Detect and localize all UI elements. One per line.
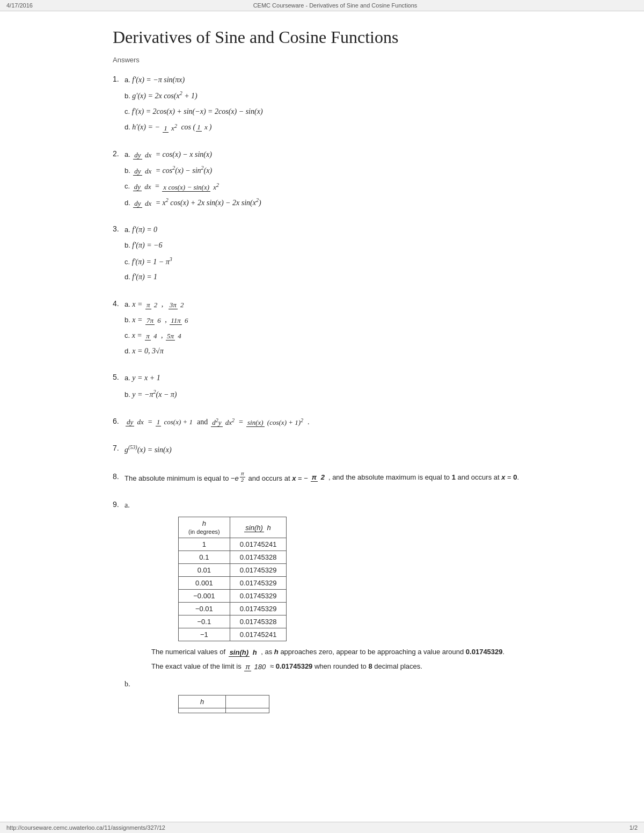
- table-row: −0.10.01745328: [179, 615, 287, 628]
- question-1: 1. a. f′(x) = −π sin(πx) b. g′(x) = 2x c…: [113, 74, 531, 136]
- q2b-label: b.: [125, 165, 130, 175]
- question-5: 5. a. y = x + 1 b. y = −π2(x − π): [113, 372, 531, 403]
- q2-num: 2.: [113, 148, 125, 158]
- and-text: and: [197, 416, 208, 429]
- q8-row: 8. The absolute minimum is equal to −eπ2…: [113, 471, 531, 487]
- q6-answer: dy dx = 1 cos(x) + 1 and d2y dx2 =: [125, 416, 531, 429]
- q1c-label: c.: [125, 106, 130, 115]
- q2a-math: = cos(x) − x sin(x): [156, 150, 212, 158]
- q7-num: 7.: [113, 443, 125, 452]
- q2d: d. dy dx = x2 cos(x) + 2x sin(x) − 2x si…: [125, 195, 531, 209]
- browser-top-bar: 4/17/2016 CEMC Courseware - Derivatives …: [0, 0, 644, 11]
- q1a-math: f′(x) = −π sin(πx): [132, 76, 185, 84]
- q3b: b. f′(π) = −6: [125, 239, 531, 252]
- q4c: c. x = π 4 , 5π 4: [125, 329, 531, 342]
- q5a: a. y = x + 1: [125, 372, 531, 385]
- q4b: b. x = 7π 6 , 11π 6: [125, 314, 531, 327]
- q7-answer: g(53)(x) = sin(x): [125, 443, 531, 456]
- col2-header: sin(h) h: [230, 517, 287, 538]
- note1: The numerical values of sin(h) h , as h …: [151, 647, 531, 658]
- q1b-math: g′(x) = 2x cos(x2 + 1): [132, 92, 197, 100]
- q9-num: 9.: [113, 499, 125, 509]
- q2d-math: = x2 cos(x) + 2x sin(x) − 2x sin(x2): [156, 199, 261, 207]
- q3-num: 3.: [113, 223, 125, 233]
- browser-date: 4/17/2016: [6, 2, 33, 9]
- q2a-label: a.: [125, 149, 130, 158]
- q1-content: a. f′(x) = −π sin(πx) b. g′(x) = 2x cos(…: [125, 74, 531, 136]
- table-row: 0.0010.01745329: [179, 577, 287, 590]
- table-row: −10.01745241: [179, 628, 287, 641]
- q5b: b. y = −π2(x − π): [125, 387, 531, 401]
- small-col2-header: [226, 695, 269, 708]
- q1c-math: f′(x) = 2cos(x) + sin(−x) = 2cos(x) − si…: [132, 107, 263, 115]
- q3-row: 3. a. f′(π) = 0 b. f′(π) = −6 c. f′(π) =…: [113, 223, 531, 286]
- question-6: 6. dy dx = 1 cos(x) + 1 and d2y d: [113, 416, 531, 431]
- q5-content: a. y = x + 1 b. y = −π2(x − π): [125, 372, 531, 403]
- q2-row: 2. a. dy dx = cos(x) − x sin(x) b. dy dx: [113, 148, 531, 212]
- q2-content: a. dy dx = cos(x) − x sin(x) b. dy dx = …: [125, 148, 531, 212]
- question-4: 4. a. x = π 2 , 3π 2 b.: [113, 298, 531, 360]
- q9b-label: b.: [125, 678, 531, 691]
- q2d-label: d.: [125, 198, 130, 207]
- q8-content: The absolute minimum is equal to −eπ2 an…: [125, 471, 531, 487]
- q5-num: 5.: [113, 372, 125, 381]
- answers-label: Answers: [113, 56, 531, 64]
- small-table: h: [178, 695, 269, 713]
- q4-row: 4. a. x = π 2 , 3π 2 b.: [113, 298, 531, 360]
- q8-answer: The absolute minimum is equal to −eπ2 an…: [125, 471, 531, 484]
- q1c: c. f′(x) = 2cos(x) + sin(−x) = 2cos(x) −…: [125, 105, 531, 118]
- q5-row: 5. a. y = x + 1 b. y = −π2(x − π): [113, 372, 531, 403]
- q4d: d. x = 0, 3√π: [125, 345, 531, 358]
- q2c: c. dy dx = x cos(x) − sin(x) x2: [125, 180, 531, 193]
- q6-content: dy dx = 1 cos(x) + 1 and d2y dx2 =: [125, 416, 531, 431]
- q1-row: 1. a. f′(x) = −π sin(πx) b. g′(x) = 2x c…: [113, 74, 531, 136]
- small-col1-header: h: [179, 695, 226, 708]
- table-row: 0.10.01745328: [179, 551, 287, 564]
- sin-table: h (in degrees) sin(h) h: [178, 517, 287, 641]
- table-row: −0.0010.01745329: [179, 590, 287, 603]
- q1b: b. g′(x) = 2x cos(x2 + 1): [125, 89, 531, 103]
- table-row: 10.01745241: [179, 538, 287, 551]
- q1a-label: a.: [125, 75, 130, 84]
- q7-content: g(53)(x) = sin(x): [125, 443, 531, 459]
- q2c-label: c.: [125, 181, 130, 190]
- question-7: 7. g(53)(x) = sin(x): [113, 443, 531, 459]
- q1b-label: b.: [125, 91, 130, 100]
- table-row: 0.010.01745329: [179, 564, 287, 577]
- q2b-math: = cos2(x) − sin2(x): [156, 166, 213, 175]
- q2a: a. dy dx = cos(x) − x sin(x): [125, 148, 531, 161]
- q1d-math: h′(x) = − 1 x2 cos ( 1 x ): [132, 123, 211, 131]
- q3d: d. f′(π) = 1: [125, 271, 531, 284]
- q8-num: 8.: [113, 471, 125, 481]
- q2b: b. dy dx = cos2(x) − sin2(x): [125, 164, 531, 177]
- note2: The exact value of the limit is π 180 ≈ …: [151, 661, 531, 672]
- col1-header: h (in degrees): [179, 517, 230, 538]
- small-table-row: [179, 708, 269, 713]
- question-3: 3. a. f′(π) = 0 b. f′(π) = −6 c. f′(π) =…: [113, 223, 531, 286]
- question-8: 8. The absolute minimum is equal to −eπ2…: [113, 471, 531, 487]
- q4a: a. x = π 2 , 3π 2: [125, 298, 531, 311]
- q3c: c. f′(π) = 1 − π3: [125, 255, 531, 268]
- question-2: 2. a. dy dx = cos(x) − x sin(x) b. dy dx: [113, 148, 531, 212]
- main-content: Derivatives of Sine and Cosine Functions…: [91, 11, 553, 762]
- q9-row: 9. a. h (in degrees) sin(h): [113, 499, 531, 718]
- q4-content: a. x = π 2 , 3π 2 b. x =: [125, 298, 531, 360]
- q9a-label: a.: [125, 499, 531, 512]
- q4-num: 4.: [113, 298, 125, 308]
- question-9: 9. a. h (in degrees) sin(h): [113, 499, 531, 718]
- q1a: a. f′(x) = −π sin(πx): [125, 74, 531, 86]
- q1d: d. h′(x) = − 1 x2 cos ( 1 x: [125, 121, 531, 134]
- q1d-label: d.: [125, 122, 130, 131]
- q7-row: 7. g(53)(x) = sin(x): [113, 443, 531, 459]
- q1-num: 1.: [113, 74, 125, 83]
- q3a: a. f′(π) = 0: [125, 223, 531, 236]
- q9-content: a. h (in degrees) sin(h) h: [125, 499, 531, 718]
- q6-row: 6. dy dx = 1 cos(x) + 1 and d2y d: [113, 416, 531, 431]
- q3-content: a. f′(π) = 0 b. f′(π) = −6 c. f′(π) = 1 …: [125, 223, 531, 286]
- q6-num: 6.: [113, 416, 125, 425]
- table-row: −0.010.01745329: [179, 603, 287, 615]
- page-title: Derivatives of Sine and Cosine Functions: [113, 27, 531, 47]
- browser-title: CEMC Courseware - Derivatives of Sine an…: [253, 2, 418, 9]
